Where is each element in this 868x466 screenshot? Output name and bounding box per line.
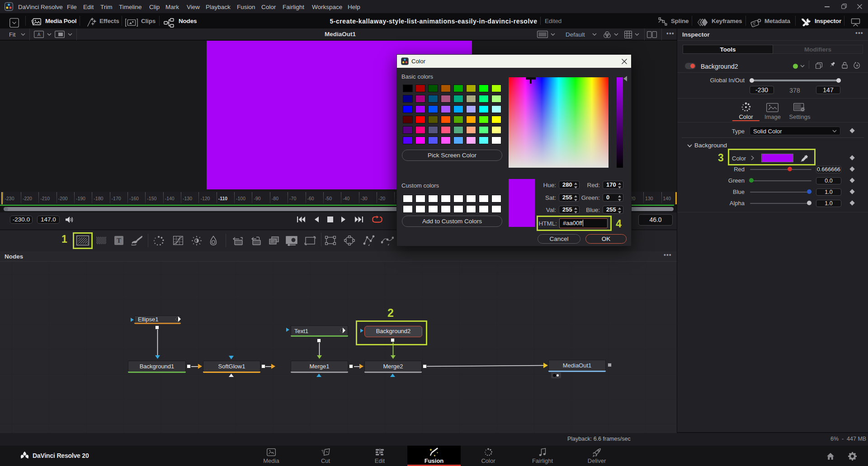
svg-text:A: A: [38, 32, 41, 37]
